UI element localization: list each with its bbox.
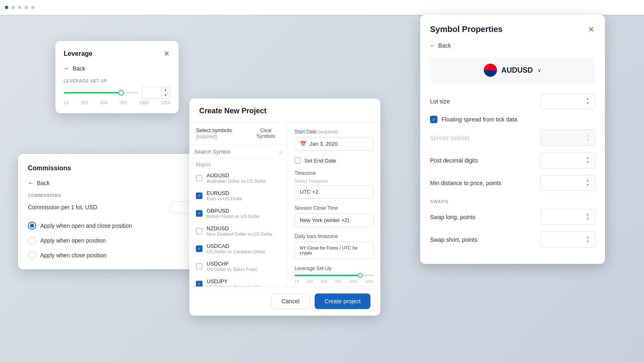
clear-symbols-button[interactable]: Clear Symbols bbox=[251, 128, 281, 139]
spread-decrement: ▼ bbox=[586, 138, 590, 142]
leverage-slider-fill bbox=[64, 92, 121, 94]
leverage-value-input[interactable]: 100 bbox=[142, 87, 161, 99]
create-project-button[interactable]: Create project bbox=[315, 293, 370, 309]
symbol-properties-title: Symbol Properties bbox=[430, 25, 503, 34]
lot-size-input[interactable]: 100000 ▲ ▼ bbox=[540, 93, 595, 109]
lot-size-row: Lot size 100000 ▲ ▼ bbox=[430, 93, 595, 109]
swap-long-row: Swap long, points -2.83566 ▲ ▼ bbox=[430, 209, 595, 225]
daily-bars-select[interactable]: NY Close for Forex / UTC for crypto bbox=[294, 242, 374, 259]
spread-spinners: ▲ ▼ bbox=[586, 133, 590, 142]
post-decimal-increment[interactable]: ▲ bbox=[586, 156, 590, 160]
timezone-select[interactable]: UTC +2 bbox=[294, 185, 374, 199]
swap-long-decrement[interactable]: ▼ bbox=[586, 217, 590, 221]
symbol-properties-close-button[interactable]: ✕ bbox=[587, 25, 595, 34]
floating-spread-row[interactable]: ✓ Floating spread from tick data bbox=[430, 116, 595, 123]
min-distance-increment[interactable]: ▲ bbox=[586, 179, 590, 183]
post-decimal-decrement[interactable]: ▼ bbox=[586, 160, 590, 165]
start-date-label-text: Start Date bbox=[294, 129, 317, 135]
start-date-input[interactable]: 📅 Jan 3, 2020 bbox=[294, 137, 374, 151]
create-project-title: Create New Project bbox=[199, 107, 267, 115]
symbol-item-gbpusd[interactable]: ✓ GBPUSD British Pound vs US Dollar bbox=[189, 204, 288, 222]
symbol-name-usdcad: USDCAD bbox=[207, 243, 281, 249]
leverage-increment-button[interactable]: ▲ bbox=[161, 87, 170, 93]
post-decimal-input[interactable]: 5 ▲ ▼ bbox=[540, 152, 595, 168]
min-distance-decrement[interactable]: ▼ bbox=[586, 183, 590, 187]
symbol-info-nzdusd: NZDUSD New Zealand Dollar vs US Dollar bbox=[207, 225, 281, 236]
swap-short-increment[interactable]: ▲ bbox=[586, 235, 590, 239]
commissions-panel: Commissions ✕ ← Back COMMISSIONS Commiss… bbox=[18, 154, 209, 269]
symbol-item-nzdusd[interactable]: NZDUSD New Zealand Dollar vs US Dollar bbox=[189, 222, 288, 240]
radio-open-close-button[interactable] bbox=[28, 222, 36, 230]
symbol-checkbox-nzdusd[interactable] bbox=[196, 228, 202, 234]
leverage-close-button[interactable]: ✕ bbox=[163, 49, 170, 58]
session-close-select[interactable]: New York (winter +2) bbox=[294, 213, 374, 227]
floating-spread-checkbox[interactable]: ✓ bbox=[430, 116, 437, 123]
radio-open-only[interactable]: Apply when open position bbox=[28, 236, 199, 245]
nav-dot bbox=[18, 6, 21, 9]
leverage-setup-label: Leverage Set Up bbox=[294, 266, 374, 271]
start-date-label: Start Date (required) bbox=[294, 129, 374, 135]
post-decimal-value[interactable]: 5 bbox=[545, 157, 582, 164]
leverage-slider-labels: 1X 25X 50X 75X 100X 125X bbox=[64, 101, 170, 105]
symbol-item-usdchf[interactable]: USDCHF US Dollar vs Swiss Franc bbox=[189, 257, 288, 275]
end-date-checkbox[interactable] bbox=[294, 157, 301, 164]
symbol-item-usdjpy[interactable]: ✓ USDJPY US Dollar vs Japanese Yen bbox=[189, 275, 288, 286]
lot-size-decrement[interactable]: ▼ bbox=[586, 101, 590, 105]
leverage-value-stepper[interactable]: 100 ▲ ▼ bbox=[142, 87, 170, 99]
radio-close-only[interactable]: Apply when close position bbox=[28, 251, 199, 259]
radio-close-only-button[interactable] bbox=[28, 251, 36, 259]
swap-short-decrement[interactable]: ▼ bbox=[586, 240, 590, 244]
lot-size-label: Lot size bbox=[430, 98, 450, 105]
symbol-name-nzdusd: NZDUSD bbox=[207, 225, 281, 231]
swap-short-value[interactable]: -0.66405 bbox=[545, 236, 582, 243]
symbol-checkbox-audusd[interactable] bbox=[196, 175, 202, 181]
lot-size-increment[interactable]: ▲ bbox=[586, 97, 590, 101]
chevron-down-icon: ∨ bbox=[537, 67, 541, 73]
symbol-name-audusd: AUDUSD bbox=[207, 172, 281, 179]
symbol-item-audusd[interactable]: AUDUSD Australian Dollar vs US Dollar bbox=[189, 169, 288, 187]
symbol-search-input[interactable] bbox=[194, 149, 279, 155]
cancel-button[interactable]: Cancel bbox=[271, 293, 310, 309]
symbol-checkbox-eurusd[interactable]: ✓ bbox=[196, 192, 202, 199]
leverage-back-button[interactable]: ← Back bbox=[64, 65, 85, 72]
create-project-panel: Create New Project Select symbols (requi… bbox=[189, 99, 380, 316]
symbol-text: AUDUSD bbox=[501, 66, 533, 75]
radio-open-close-label: Apply when open and close position bbox=[40, 222, 132, 229]
symbol-checkbox-gbpusd[interactable]: ✓ bbox=[196, 210, 202, 217]
lot-size-value[interactable]: 100000 bbox=[545, 98, 582, 105]
leverage-mark-1x: 1X bbox=[64, 101, 69, 105]
flag-top bbox=[484, 64, 497, 70]
checkmark-eurusd: ✓ bbox=[198, 194, 201, 198]
symbol-checkbox-usdchf[interactable] bbox=[196, 263, 202, 270]
symbol-checkbox-usdjpy[interactable]: ✓ bbox=[196, 281, 202, 287]
symbol-selector[interactable]: AUDUSD ∨ bbox=[430, 57, 595, 83]
symbol-properties-back-button[interactable]: ← Back bbox=[430, 42, 451, 49]
swap-short-label: Swap short, points bbox=[430, 236, 477, 243]
symbol-info-usdjpy: USDJPY US Dollar vs Japanese Yen bbox=[207, 278, 281, 286]
leverage-mini-labels: 1X 25X 50X 75X 100X 125X bbox=[294, 280, 374, 284]
leverage-section-label: LEVERAGE SET UP bbox=[64, 79, 170, 83]
swap-long-input[interactable]: -2.83566 ▲ ▼ bbox=[540, 209, 595, 225]
swap-long-spinners: ▲ ▼ bbox=[586, 213, 590, 221]
leverage-decrement-button[interactable]: ▼ bbox=[161, 93, 170, 99]
leverage-mini-slider[interactable] bbox=[294, 275, 374, 276]
radio-open-close[interactable]: Apply when open and close position bbox=[28, 222, 199, 230]
commissions-back-button[interactable]: ← Back bbox=[28, 179, 50, 187]
symbol-properties-header: Symbol Properties ✕ bbox=[430, 25, 595, 34]
swap-long-increment[interactable]: ▲ bbox=[586, 213, 590, 217]
leverage-slider-track[interactable] bbox=[64, 92, 138, 94]
min-distance-value[interactable]: 12 bbox=[545, 180, 582, 186]
symbol-checkbox-usdcad[interactable]: ✓ bbox=[196, 245, 202, 252]
symbol-item-eurusd[interactable]: ✓ EURUSD Euro vs US Dollar bbox=[189, 187, 288, 204]
radio-open-only-button[interactable] bbox=[28, 236, 36, 245]
min-distance-label: Min distance to price, points bbox=[430, 180, 501, 186]
commission-value-input[interactable]: 5 bbox=[171, 202, 190, 213]
min-distance-input[interactable]: 12 ▲ ▼ bbox=[540, 175, 595, 191]
symbol-item-usdcad[interactable]: ✓ USDCAD US Dollar vs Canadian Dollar bbox=[189, 240, 288, 257]
symbol-name-usdjpy: USDJPY bbox=[207, 278, 281, 284]
set-end-date-row[interactable]: Set End Date bbox=[294, 157, 374, 164]
swap-short-input[interactable]: -0.66405 ▲ ▼ bbox=[540, 231, 595, 247]
swap-long-value[interactable]: -2.83566 bbox=[545, 214, 582, 220]
flag-bottom bbox=[484, 70, 497, 77]
start-date-field: Start Date (required) 📅 Jan 3, 2020 bbox=[294, 129, 374, 151]
